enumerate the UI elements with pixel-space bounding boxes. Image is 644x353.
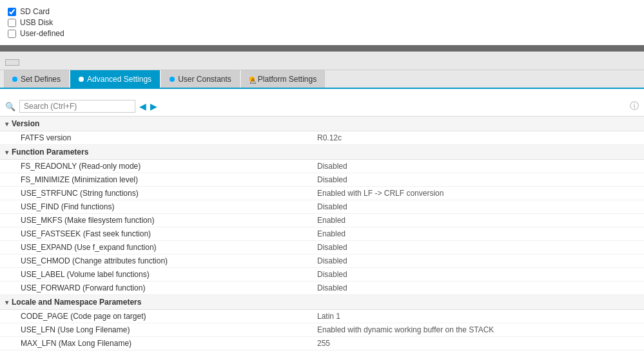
param-value: Disabled [317, 283, 639, 292]
param-row[interactable]: USE_LFN (Use Long Filename)Enabled with … [0, 323, 644, 337]
usb-disk-label: USB Disk [20, 18, 53, 27]
tab-platform-settings[interactable]: ⚠Platform Settings [241, 70, 325, 88]
param-name: CODE_PAGE (Code page on target) [21, 312, 317, 321]
user-defined-label: User-defined [20, 29, 64, 38]
section-header-function-parameters[interactable]: ▾Function Parameters [0, 145, 644, 160]
chevron-icon-function-parameters: ▾ [5, 149, 8, 156]
param-row[interactable]: USE_EXPAND (Use f_expand function)Disabl… [0, 241, 644, 254]
param-name: USE_FIND (Find functions) [21, 202, 317, 211]
param-name: USE_LABEL (Volume label functions) [21, 270, 317, 279]
tab-label-user-constants: User Constants [178, 75, 231, 84]
config-description [0, 89, 644, 97]
param-name: FS_MINIMIZE (Minimization level) [21, 175, 317, 184]
tab-dot-advanced-settings [79, 77, 84, 82]
param-row[interactable]: CODE_PAGE (Code page on target)Latin 1 [0, 310, 644, 323]
tab-label-set-defines: Set Defines [21, 75, 61, 84]
param-name: FATFS version [21, 133, 317, 142]
param-row[interactable]: USE_MKFS (Make filesystem function)Enabl… [0, 214, 644, 227]
param-name: USE_FORWARD (Forward function) [21, 283, 317, 292]
param-value: Disabled [317, 243, 639, 252]
parameter-list: ▾VersionFATFS versionR0.12c▾Function Par… [0, 117, 644, 353]
sd-card-label: SD Card [20, 7, 50, 16]
tab-label-platform-settings: Platform Settings [258, 75, 317, 84]
section-label-version: Version [12, 119, 39, 128]
param-value: Disabled [317, 162, 639, 171]
sd-card-checkbox[interactable] [8, 8, 16, 16]
param-value: Disabled [317, 202, 639, 211]
tab-label-advanced-settings: Advanced Settings [87, 75, 151, 84]
param-name: USE_MKFS (Make filesystem function) [21, 216, 317, 225]
param-row[interactable]: USE_LABEL (Volume label functions)Disabl… [0, 268, 644, 281]
param-value: Latin 1 [317, 312, 639, 321]
param-row[interactable]: USE_FORWARD (Forward function)Disabled [0, 281, 644, 295]
user-defined-row: User-defined [8, 29, 636, 38]
param-name: USE_EXPAND (Use f_expand function) [21, 243, 317, 252]
param-value: Enabled [317, 216, 639, 225]
param-name: USE_CHMOD (Change attributes function) [21, 256, 317, 265]
sd-card-row: SD Card [8, 7, 636, 16]
param-row[interactable]: FATFS versionR0.12c [0, 131, 644, 145]
user-defined-checkbox[interactable] [8, 30, 16, 38]
tab-dot-platform-settings: ⚠ [249, 77, 255, 82]
tab-dot-user-constants [170, 77, 175, 82]
chevron-icon-version: ▾ [5, 120, 8, 128]
param-row[interactable]: MAX_LFN (Max Long Filename)255 [0, 337, 644, 350]
tab-set-defines[interactable]: Set Defines [4, 70, 69, 88]
param-row[interactable]: USE_STRFUNC (String functions)Enabled wi… [0, 187, 644, 200]
param-name: FS_READONLY (Read-only mode) [21, 162, 317, 171]
param-value: Disabled [317, 270, 639, 279]
param-value: Disabled [317, 256, 639, 265]
search-input[interactable] [19, 100, 135, 113]
param-row[interactable]: LFN_UNICODE (Enable Unicode)ANSI/OEM [0, 350, 644, 353]
param-row[interactable]: FS_READONLY (Read-only mode)Disabled [0, 160, 644, 173]
param-name: USE_LFN (Use Long Filename) [21, 325, 317, 334]
param-name: USE_FASTSEEK (Fast seek function) [21, 229, 317, 238]
param-name: MAX_LFN (Max Long Filename) [21, 339, 317, 348]
tabs-bar: Set DefinesAdvanced SettingsUser Constan… [0, 70, 644, 89]
tab-dot-set-defines [12, 77, 17, 82]
tab-user-constants[interactable]: User Constants [161, 70, 240, 88]
param-value: Enabled [317, 229, 639, 238]
param-value: R0.12c [317, 133, 639, 142]
search-bar: 🔍 ◀ ▶ ⓘ [0, 97, 644, 117]
tab-advanced-settings[interactable]: Advanced Settings [70, 70, 160, 88]
toolbar [0, 52, 644, 70]
param-row[interactable]: USE_FIND (Find functions)Disabled [0, 200, 644, 214]
reset-config-button[interactable] [5, 59, 19, 66]
param-row[interactable]: USE_FASTSEEK (Fast seek function)Enabled [0, 227, 644, 241]
search-icon: 🔍 [5, 102, 15, 111]
param-row[interactable]: USE_CHMOD (Change attributes function)Di… [0, 254, 644, 268]
top-checkboxes-panel: SD Card USB Disk User-defined [0, 0, 644, 45]
next-arrow-icon[interactable]: ▶ [150, 101, 157, 111]
param-row[interactable]: FS_MINIMIZE (Minimization level)Disabled [0, 173, 644, 187]
config-header [0, 45, 644, 52]
usb-disk-row: USB Disk [8, 18, 636, 27]
param-value: Enabled with dynamic working buffer on t… [317, 325, 639, 334]
section-header-locale-namespace[interactable]: ▾Locale and Namespace Parameters [0, 295, 644, 310]
section-label-locale-namespace: Locale and Namespace Parameters [12, 298, 141, 307]
prev-arrow-icon[interactable]: ◀ [139, 101, 146, 111]
section-label-function-parameters: Function Parameters [12, 148, 88, 157]
param-value: Enabled with LF -> CRLF conversion [317, 189, 639, 198]
chevron-icon-locale-namespace: ▾ [5, 299, 8, 306]
param-value: 255 [317, 339, 639, 348]
info-icon: ⓘ [630, 100, 639, 112]
section-header-version[interactable]: ▾Version [0, 117, 644, 131]
param-name: USE_STRFUNC (String functions) [21, 189, 317, 198]
usb-disk-checkbox[interactable] [8, 19, 16, 27]
param-value: Disabled [317, 175, 639, 184]
